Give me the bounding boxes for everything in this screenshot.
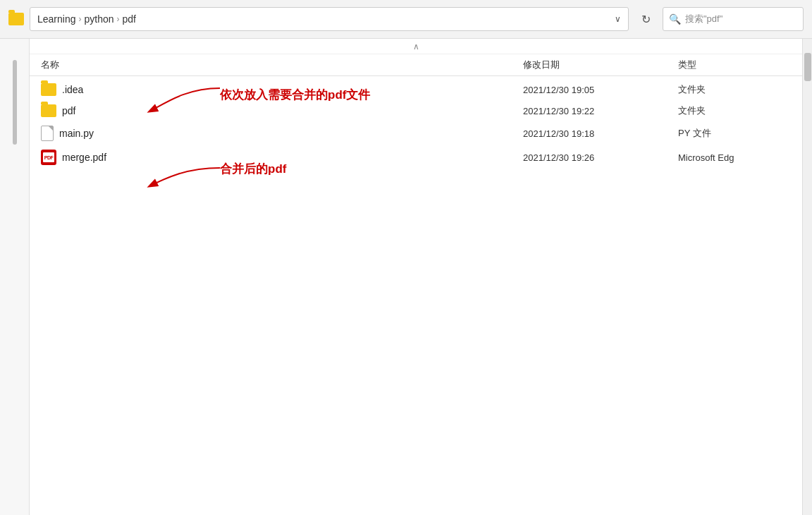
refresh-button[interactable]: ↻ [634,8,657,30]
file-name-cell: pdf [41,104,523,117]
title-bar: Learning › python › pdf ∨ ↻ 🔍 搜索"pdf" [0,0,812,39]
breadcrumb-pdf[interactable]: pdf [123,13,136,25]
file-name: .idea [62,84,83,95]
file-list: .idea 2021/12/30 19:05 文件夹 pdf 2021/12/3… [30,76,802,515]
breadcrumb-learning[interactable]: Learning [37,13,76,25]
breadcrumb[interactable]: Learning › python › pdf ∨ [30,7,629,31]
file-area: ∧ 名称 修改日期 类型 .idea 2021/12/30 19:05 文件夹 [30,39,802,515]
scrollbar-thumb[interactable] [804,53,811,81]
pdf-icon-label: PDF [43,152,54,162]
chevron-up-icon: ∧ [413,42,419,52]
file-name-cell: PDF merge.pdf [41,150,523,165]
pdf-icon: PDF [41,150,56,165]
file-name-cell: .idea [41,83,523,96]
file-name: merge.pdf [62,152,106,163]
right-scrollbar[interactable] [802,39,812,515]
search-icon: 🔍 [669,13,681,25]
file-name: pdf [62,105,75,116]
sidebar-scrollbar[interactable] [13,60,17,145]
folder-icon [41,104,56,117]
sidebar [0,39,30,515]
explorer-window: Learning › python › pdf ∨ ↻ 🔍 搜索"pdf" ∧ [0,0,812,515]
scroll-up-button[interactable]: ∧ [30,39,802,54]
file-type: 文件夹 [678,83,791,96]
search-placeholder: 搜索"pdf" [685,13,722,25]
main-area: ∧ 名称 修改日期 类型 .idea 2021/12/30 19:05 文件夹 [0,39,812,515]
file-date: 2021/12/30 19:18 [523,128,678,139]
breadcrumb-chevron-icon[interactable]: ∨ [615,14,621,24]
col-name-header[interactable]: 名称 [41,59,523,71]
col-date-header[interactable]: 修改日期 [523,59,678,71]
file-name-cell: main.py [41,126,523,141]
table-row[interactable]: PDF merge.pdf 2021/12/30 19:26 Microsoft… [30,145,802,169]
file-type: PY 文件 [678,127,791,140]
table-row[interactable]: pdf 2021/12/30 19:22 文件夹 [30,100,802,121]
title-folder-icon [8,13,24,25]
column-headers: 名称 修改日期 类型 [30,54,802,76]
table-row[interactable]: .idea 2021/12/30 19:05 文件夹 [30,79,802,100]
col-type-header[interactable]: 类型 [678,59,791,71]
table-row[interactable]: main.py 2021/12/30 19:18 PY 文件 [30,121,802,145]
breadcrumb-sep1: › [79,14,82,24]
breadcrumb-sep2: › [117,14,120,24]
breadcrumb-python[interactable]: python [85,13,114,25]
file-date: 2021/12/30 19:26 [523,152,678,163]
file-date: 2021/12/30 19:22 [523,106,678,116]
file-name: main.py [59,128,94,139]
file-date: 2021/12/30 19:05 [523,85,678,95]
search-box[interactable]: 🔍 搜索"pdf" [663,7,804,31]
file-type: Microsoft Edg [678,152,791,163]
file-type: 文件夹 [678,104,791,117]
folder-icon [41,83,56,96]
file-icon [41,126,54,141]
